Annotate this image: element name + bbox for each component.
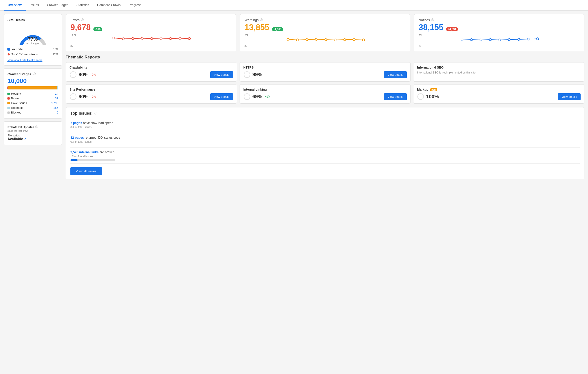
svg-point-26	[508, 39, 510, 41]
tabs-bar: Overview Issues Crawled Pages Statistics…	[0, 0, 588, 10]
tab-crawled-pages[interactable]: Crawled Pages	[43, 0, 73, 10]
robots-title: Robots.txt Updates ⓘ	[7, 125, 58, 129]
top-sites-label: Top-10% websites	[11, 53, 35, 56]
tab-compare-crawls[interactable]: Compare Crawls	[93, 0, 125, 10]
val-redirects: 156	[53, 106, 58, 110]
top-sites-dot	[7, 53, 10, 56]
svg-point-16	[334, 39, 336, 41]
dot-healthy	[7, 93, 10, 95]
robots-card: Robots.txt Updates ⓘ since the last craw…	[4, 121, 62, 145]
svg-point-27	[518, 38, 520, 40]
svg-point-23	[480, 39, 482, 41]
top-sites-val: 92%	[52, 53, 58, 56]
svg-point-29	[536, 38, 539, 40]
dot-broken	[7, 97, 10, 100]
notices-info-icon[interactable]: ⓘ	[431, 18, 434, 22]
svg-point-35	[70, 94, 76, 100]
bar-redirects	[57, 86, 58, 90]
sidebar: Site Health 77% no chan	[4, 14, 62, 370]
report-internal-linking: Internal Linking 69% +1% View details	[240, 84, 411, 104]
crawled-bar	[7, 86, 58, 90]
thematic-reports-section: Thematic Reports Crawlability 90% -1%	[66, 55, 584, 104]
file-status-label: File status	[7, 134, 58, 137]
site-health-card: Site Health 77% no chan	[4, 14, 62, 66]
val-healthy: 14	[55, 92, 58, 95]
issue-slow-load-link[interactable]: 7 pages	[70, 121, 82, 125]
tab-statistics[interactable]: Statistics	[73, 0, 93, 10]
crawlability-view-btn[interactable]: View details	[210, 71, 233, 78]
label-healthy: Healthy	[11, 92, 21, 95]
issue-broken-links-link[interactable]: 9,578 internal links	[70, 150, 98, 154]
report-https: HTTPS 99% View details	[240, 62, 411, 81]
svg-point-37	[244, 94, 250, 100]
errors-info-icon[interactable]: ⓘ	[81, 18, 84, 22]
svg-point-5	[150, 38, 153, 40]
svg-point-6	[160, 38, 162, 40]
site-performance-score: 90%	[78, 94, 88, 100]
svg-point-25	[499, 39, 501, 41]
label-blocked: Blocked	[11, 111, 21, 114]
site-performance-view-btn[interactable]: View details	[210, 93, 233, 100]
report-markup-title: Markup beta	[417, 88, 581, 91]
gauge-container: 77% no changes	[7, 24, 58, 45]
your-site-legend: Your site 77%	[7, 47, 58, 52]
view-all-issues-btn[interactable]: View all issues	[70, 167, 102, 175]
report-crawlability: Crawlability 90% -1% View details	[66, 62, 237, 81]
crawled-pages-card: Crawled Pages ⓘ 10,000 Healthy 14	[4, 68, 62, 119]
stat-redirects: Redirects 156	[7, 105, 58, 110]
https-score: 99%	[252, 72, 262, 78]
tab-progress[interactable]: Progress	[125, 0, 145, 10]
errors-card: Errors ⓘ 9,678 -316 12.5k 0k	[66, 14, 236, 51]
tab-overview[interactable]: Overview	[4, 0, 26, 10]
tab-issues[interactable]: Issues	[26, 0, 43, 10]
notices-badge: +4,034	[446, 27, 458, 31]
issue-broken-links-sub: 16% of total issues	[70, 155, 580, 158]
top-issues-info-icon[interactable]: ⓘ	[94, 111, 97, 115]
svg-point-8	[179, 37, 181, 39]
top-sites-legend: Top-10% websites ▼ 92%	[7, 52, 58, 57]
bar-issues	[8, 86, 57, 90]
warnings-value: 13,855	[244, 23, 269, 32]
svg-point-1	[113, 37, 115, 39]
errors-badge: -316	[93, 27, 102, 31]
warnings-value-row: 13,855 -1,063	[244, 23, 406, 32]
crawled-info-icon[interactable]: ⓘ	[33, 72, 36, 76]
errors-chart-svg	[77, 34, 231, 47]
more-about-link[interactable]: More about Site Health score	[7, 59, 42, 62]
site-health-title: Site Health	[7, 18, 58, 22]
notices-chart-svg	[425, 34, 580, 47]
internal-linking-view-btn[interactable]: View details	[384, 93, 407, 100]
issue-broken-links-desc: are broken	[99, 150, 115, 154]
warnings-label: Warnings ⓘ	[244, 18, 406, 22]
progress-fill	[70, 159, 78, 161]
stat-have-issues: Have issues 9,798	[7, 101, 58, 105]
top-issues-title: Top Issues:	[70, 111, 93, 116]
ext-link-icon[interactable]: ↗	[24, 138, 26, 141]
report-intl-seo: International SEO International SEO is n…	[413, 62, 584, 81]
svg-point-28	[527, 38, 529, 40]
site-performance-change: -1%	[91, 95, 96, 98]
svg-point-31	[70, 72, 76, 78]
svg-point-13	[306, 39, 308, 41]
crawlability-circle	[70, 71, 77, 78]
issue-broken-links: 9,578 internal links are broken 16% of t…	[70, 148, 580, 164]
svg-point-19	[362, 39, 365, 41]
issue-slow-load-desc: have slow load speed	[83, 121, 113, 125]
warnings-info-icon[interactable]: ⓘ	[260, 18, 263, 22]
crawled-pages-title: Crawled Pages ⓘ	[7, 72, 58, 76]
https-view-btn[interactable]: View details	[384, 71, 407, 78]
svg-point-2	[122, 38, 124, 40]
issue-4xx-link[interactable]: 32 pages	[70, 136, 84, 139]
gauge-label: no changes	[27, 42, 39, 45]
internal-linking-change: +1%	[265, 95, 270, 98]
svg-point-11	[287, 38, 289, 40]
svg-point-39	[418, 94, 424, 100]
svg-point-18	[353, 39, 355, 41]
markup-view-btn[interactable]: View details	[558, 93, 581, 100]
robots-info-icon[interactable]: ⓘ	[35, 125, 38, 129]
svg-point-3	[132, 38, 134, 40]
report-intl-seo-note: International SEO is not implemented on …	[417, 71, 581, 74]
issue-4xx: 32 pages returned 4XX status code 0% of …	[70, 133, 580, 148]
notices-card: Notices ⓘ 38,155 +4,034 50k 0k	[414, 14, 584, 51]
issue-broken-links-bar	[70, 159, 116, 161]
